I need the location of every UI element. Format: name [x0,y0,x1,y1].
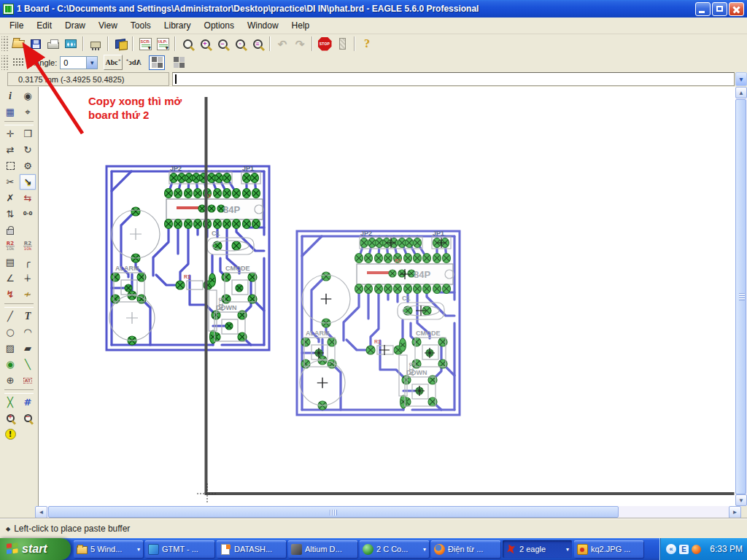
task-c-group[interactable]: 2 C Co...▾ [360,540,429,558]
restore-button[interactable] [712,2,727,16]
change-tool[interactable]: ⚙ [20,158,36,174]
traffic-light-button[interactable] [333,36,351,52]
menu-tools[interactable]: Tools [124,18,158,33]
library-button[interactable] [112,36,129,52]
scroll-up-button[interactable]: ▲ [735,87,747,98]
toolbar-drag-handle[interactable] [1,36,8,51]
save-button[interactable] [27,36,44,52]
undo-button[interactable]: ↶ [274,36,291,52]
menu-file[interactable]: File [3,18,30,33]
pcb-board-paste-copy[interactable] [297,230,460,415]
ratsnest-tool[interactable]: ╳ [2,394,18,410]
start-button[interactable]: start [0,538,71,560]
run-script-button[interactable]: SCR: [136,36,154,52]
zoom-select-button[interactable]: ▫ [231,36,249,52]
combo-dropdown-icon[interactable] [86,57,97,69]
attribute-tool[interactable]: AT [20,373,36,388]
lock-tool[interactable] [2,222,18,238]
cam-processor-button[interactable] [62,36,80,52]
text-normal-button[interactable]: Abc+ [104,55,123,70]
layer-view-top-button[interactable] [149,55,165,70]
miter-tool[interactable]: ╭ [20,254,36,270]
dimension-tool[interactable]: ∠ [2,271,18,286]
toolbar-drag-handle[interactable] [1,55,8,70]
smash-tool[interactable]: ▤ [2,254,18,270]
tray-chevron-icon[interactable] [666,544,676,554]
layer-view-bottom-button[interactable] [171,55,187,70]
zoom-in-button[interactable]: + [196,36,214,52]
info-tool[interactable]: i [2,88,18,104]
cut-tool[interactable]: ✂ [2,174,18,190]
scroll-left-button[interactable]: ◄ [35,506,47,518]
autorouter-tool[interactable]: # [20,394,36,410]
menu-window[interactable]: Window [241,18,285,33]
text-mirror-button[interactable]: Abc+ [124,55,143,70]
copy-tool[interactable]: ❒ [20,126,36,141]
redo-button[interactable]: ↷ [291,36,309,52]
menu-options[interactable]: Options [198,18,241,33]
delete-tool[interactable]: ✗ [2,190,18,206]
pinswap-tool[interactable]: ⇆ [20,190,36,206]
zoom-out-button[interactable]: − [214,36,231,52]
task-image[interactable]: kq2.JPG ... [574,540,643,558]
route-tool[interactable]: ↯ [2,287,18,302]
menu-library[interactable]: Library [158,18,198,33]
tray-orange-icon[interactable] [692,545,701,554]
polygon-tool[interactable]: ▰ [20,341,36,356]
vertical-scroll-thumb[interactable] [735,99,746,494]
stop-button[interactable]: STOP [316,36,333,52]
horizontal-scroll-thumb[interactable] [48,506,619,518]
task-explorer-group[interactable]: 5 Wind...▾ [74,540,143,558]
hole-tool[interactable]: ⊕ [2,373,18,388]
circle-tool[interactable]: ○ [2,324,18,340]
paste-tool[interactable]: ↘ [20,174,36,190]
help-button[interactable]: ? [358,36,376,52]
board-schematic-button[interactable] [87,36,104,52]
menu-help[interactable]: Help [285,18,317,33]
task-datasheet[interactable]: DATASH... [217,540,286,558]
pcb-board-original[interactable] [107,165,269,350]
scroll-down-button[interactable]: ▼ [735,494,747,506]
split-tool[interactable]: ∔ [20,271,36,286]
task-altium[interactable]: Altium D... [288,540,357,558]
mark-tool[interactable]: ⌖ [20,104,36,120]
zoom-fit-button[interactable] [179,36,196,52]
gateswap-tool[interactable]: ⇅ [2,206,18,222]
open-button[interactable] [9,36,27,52]
board-canvas[interactable]: JP2 JP1 84P R2 R1 ALARM DOWN CMODE C1 5.… [38,87,735,506]
task-firefox[interactable]: Điện từ ... [431,540,500,558]
signal-tool[interactable]: ╲ [20,357,36,372]
scroll-right-button[interactable]: ► [729,506,741,518]
ripup-tool[interactable]: ≁ [20,287,36,302]
menu-edit[interactable]: Edit [30,18,58,33]
rotate-tool[interactable]: ↻ [20,142,36,158]
run-ulp-button[interactable]: ULP: [154,36,171,52]
command-line-input[interactable] [172,72,735,86]
errors-warning-tool[interactable]: ! [2,427,18,442]
show-tool[interactable]: ◉ [20,88,36,104]
zoom-redraw-button[interactable]: ≡ [249,36,266,52]
tray-e-icon[interactable] [679,545,689,554]
errors-tool[interactable]: − [20,411,36,426]
command-history-dropdown-icon[interactable] [735,72,747,86]
display-tool[interactable]: ▦ [2,104,18,120]
value-tool[interactable]: R210k [20,238,36,254]
mirror-tool[interactable]: ⇄ [2,142,18,158]
rect-tool[interactable]: ▨ [2,341,18,356]
drc-tool[interactable]: + [2,411,18,426]
vertical-scrollbar[interactable]: ▲ ▼ [735,87,747,506]
optimize-tool[interactable]: 0-0 [20,206,36,222]
wire-tool[interactable]: ╱ [2,308,18,324]
menu-view[interactable]: View [92,18,124,33]
grid-button[interactable] [9,55,27,71]
arc-tool[interactable]: ◠ [20,324,36,340]
menu-draw[interactable]: Draw [58,18,92,33]
minimize-button[interactable] [695,2,711,16]
group-tool[interactable] [2,158,18,174]
print-button[interactable] [44,36,62,52]
angle-combobox[interactable]: 0 [60,56,98,69]
name-tool[interactable]: R210k [2,238,18,254]
via-tool[interactable]: ◉ [2,357,18,372]
move-tool[interactable]: ✛ [2,126,18,141]
close-button[interactable] [729,2,744,16]
